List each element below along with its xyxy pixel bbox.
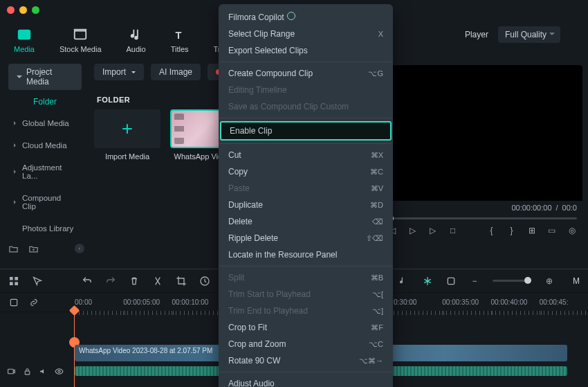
zoom-in-icon[interactable]: ⊕ [544, 276, 555, 287]
sidebar-item-global[interactable]: Global Media [8, 114, 82, 133]
shortcut: ⌘X [371, 151, 383, 160]
maximize-icon[interactable] [32, 6, 39, 14]
import-media-tile[interactable]: + Import Media [94, 109, 160, 161]
stop-button[interactable]: □ [448, 225, 458, 235]
progress-bar[interactable] [387, 217, 577, 219]
quality-dropdown[interactable]: Full Quality [498, 26, 560, 43]
speed-icon[interactable] [199, 276, 210, 287]
sidebar-folder[interactable]: Folder [8, 93, 82, 111]
split-icon[interactable] [152, 276, 163, 287]
menu-label: Crop and Zoom [228, 339, 286, 349]
menu-cut[interactable]: Cut⌘X [219, 147, 393, 163]
sidebar-collapse-button[interactable]: ‹ [75, 244, 84, 253]
sidebar-item-label: Compound Clip [22, 194, 76, 210]
display-icon[interactable]: ▭ [546, 225, 557, 235]
menu-duplicate[interactable]: Duplicate⌘D [219, 197, 393, 213]
delete-icon[interactable] [129, 276, 140, 287]
menu-label: Duplicate [228, 200, 263, 210]
ruler-tick: 00:00:35:00 [442, 298, 490, 306]
ruler-tick: 00:00:10:00 [172, 298, 220, 306]
snapshot-icon[interactable]: ◎ [567, 225, 577, 235]
zoom-slider[interactable] [493, 280, 531, 282]
menu-locate-resource[interactable]: Locate in the Resource Panel [219, 246, 393, 263]
mark-out-icon[interactable]: } [506, 225, 517, 235]
menu-label: Crop to Fit [228, 323, 267, 332]
menu-label: Delete [228, 217, 252, 226]
menu-editing-timeline: Editing Timeline [219, 82, 393, 98]
shortcut: ⌫ [372, 217, 383, 226]
tab-stock-media[interactable]: Stock Media [59, 27, 102, 53]
menu-trim-end: Trim End to Playhead⌥] [219, 303, 393, 319]
close-icon[interactable] [7, 6, 15, 14]
menu-label: Create Compound Clip [228, 69, 313, 78]
new-folder-icon[interactable] [8, 244, 19, 254]
track-lock-icon[interactable] [23, 366, 32, 377]
svg-rect-4 [15, 277, 18, 280]
menu-enable-clip[interactable]: Enable Clip [220, 121, 392, 141]
traffic-lights[interactable] [7, 6, 39, 14]
sidebar-item-label: Photos Library [22, 224, 73, 233]
sidebar-project-media[interactable]: Project Media [8, 64, 82, 90]
timecode-row: 00:00:00:00/00:0 [387, 204, 577, 212]
timecode-current: 00:00:00:00 [511, 204, 551, 212]
audio-mix-icon[interactable] [398, 276, 410, 287]
track-video-icon[interactable] [7, 366, 16, 377]
menu-ripple-delete[interactable]: Ripple Delete⇧⌫ [219, 230, 393, 246]
menu-rotate[interactable]: Rotate 90 CW⌥⌘→ [219, 352, 393, 369]
menu-create-compound[interactable]: Create Compound Clip⌥G [219, 65, 393, 82]
menu-label: Select Clip Range [228, 29, 295, 39]
shortcut: ⌘B [371, 273, 383, 282]
menu-adjust-audio[interactable]: Adjust Audio [219, 375, 393, 387]
zoom-out-icon[interactable]: − [469, 276, 480, 287]
timeline-mode-letter[interactable]: M [573, 276, 580, 286]
menu-crop-fit[interactable]: Crop to Fit⌘F [219, 319, 393, 336]
shortcut: ⇧⌫ [366, 234, 383, 243]
ruler-tick: 00:00 [75, 298, 123, 306]
menu-separator [219, 372, 393, 372]
shortcut: ⌥⌘→ [359, 357, 383, 366]
menu-copy[interactable]: Copy⌘C [219, 163, 393, 180]
crop-icon[interactable] [176, 276, 187, 287]
tab-audio[interactable]: Audio [127, 27, 146, 53]
tab-titles[interactable]: T Titles [171, 27, 189, 53]
mark-in-icon[interactable]: { [486, 225, 497, 235]
plus-icon[interactable]: + [94, 109, 160, 148]
grid-icon[interactable] [8, 276, 19, 287]
menu-label: Enable Clip [230, 126, 272, 136]
undo-icon[interactable] [82, 276, 93, 287]
minimize-icon[interactable] [19, 6, 27, 14]
link-icon[interactable] [28, 298, 39, 308]
play-button[interactable]: ▷ [428, 225, 438, 235]
import-dropdown[interactable]: Import [94, 64, 144, 80]
sidebar-item-adjustment[interactable]: Adjustment La... [8, 158, 82, 186]
timecode-total: 00:0 [562, 204, 577, 212]
sidebar-item-cloud[interactable]: Cloud Media [8, 136, 82, 155]
track-mute-icon[interactable] [39, 366, 48, 377]
ai-image-button[interactable]: AI Image [151, 64, 201, 80]
menu-filmora-copilot[interactable]: Filmora Copilot [219, 8, 393, 26]
menu-label: Rotate 90 CW [228, 356, 280, 366]
track-header-icon[interactable] [8, 298, 19, 308]
shortcut: ⌥G [368, 69, 383, 78]
svg-rect-1 [75, 31, 86, 39]
menu-select-clip-range[interactable]: Select Clip RangeX [219, 26, 393, 42]
pointer-icon[interactable] [32, 276, 43, 287]
shortcut: ⌘V [371, 184, 383, 193]
menu-delete[interactable]: Delete⌫ [219, 213, 393, 230]
marker-icon[interactable] [445, 276, 457, 287]
sidebar-project-media-label: Project Media [26, 67, 73, 87]
track-visible-icon[interactable] [55, 366, 64, 377]
svg-point-15 [58, 370, 60, 372]
safe-zone-icon[interactable]: ⊞ [526, 225, 537, 235]
play-outline-button[interactable]: ▷ [407, 225, 418, 235]
menu-label: Paste [228, 183, 250, 193]
sidebar-item-photos[interactable]: Photos Library [8, 219, 82, 238]
menu-crop-zoom[interactable]: Crop and Zoom⌥C [219, 336, 393, 352]
timecode-sep: / [556, 204, 558, 212]
tab-media[interactable]: Media [14, 27, 35, 53]
ai-enhance-icon[interactable] [422, 276, 433, 287]
new-bin-icon[interactable] [28, 244, 39, 254]
redo-icon[interactable] [105, 276, 116, 287]
menu-export-selected[interactable]: Export Selected Clips [219, 42, 393, 59]
sidebar-item-compound[interactable]: Compound Clip [8, 188, 82, 216]
